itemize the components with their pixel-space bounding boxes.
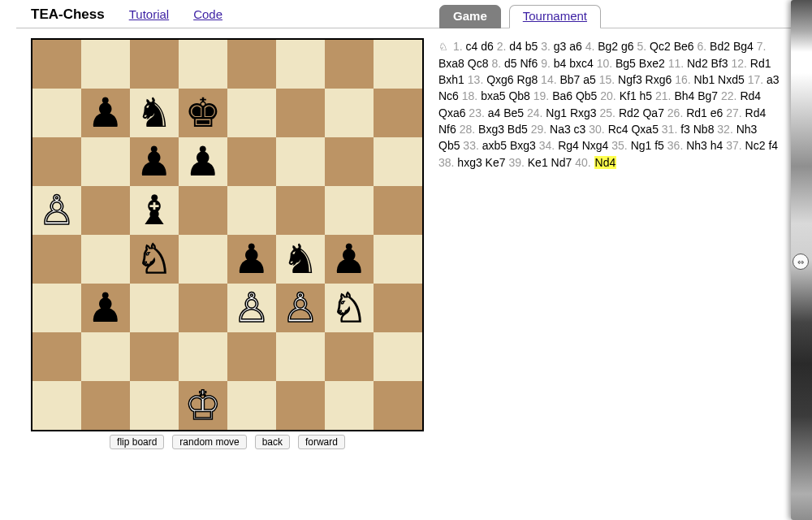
- move-white[interactable]: Bd2: [710, 40, 730, 53]
- move-white[interactable]: f3: [680, 123, 690, 136]
- move-white[interactable]: b4: [554, 57, 567, 70]
- random-move-button[interactable]: random move: [172, 435, 246, 449]
- move-black[interactable]: Qc8: [468, 57, 489, 70]
- move-white[interactable]: Nh3: [686, 139, 707, 152]
- square-a1[interactable]: [32, 381, 81, 430]
- move-black[interactable]: Bg7: [698, 89, 718, 102]
- move-white[interactable]: bxa5: [481, 89, 505, 102]
- square-c2[interactable]: [130, 332, 179, 381]
- move-black[interactable]: b5: [525, 40, 538, 53]
- move-black[interactable]: a5: [583, 73, 596, 86]
- square-d7[interactable]: ♚: [179, 89, 227, 137]
- move-white[interactable]: Ng1: [546, 106, 567, 119]
- move-black[interactable]: c3: [574, 123, 586, 136]
- move-white[interactable]: Rd1: [686, 106, 707, 119]
- square-f5[interactable]: [276, 186, 325, 235]
- square-g2[interactable]: [325, 332, 374, 381]
- square-f1[interactable]: [276, 381, 325, 430]
- square-b5[interactable]: [81, 186, 130, 235]
- move-black[interactable]: Bd5: [508, 123, 528, 136]
- move-white[interactable]: Nb1: [694, 73, 715, 86]
- square-e2[interactable]: [227, 332, 276, 381]
- square-a7[interactable]: [32, 89, 81, 137]
- move-black[interactable]: Bxe2: [639, 57, 665, 70]
- square-g7[interactable]: [325, 89, 374, 137]
- move-black[interactable]: Nc6: [438, 89, 459, 102]
- move-white[interactable]: Qxg6: [486, 73, 513, 86]
- move-white[interactable]: Rd1: [750, 57, 771, 70]
- move-black[interactable]: Rxg6: [646, 73, 672, 86]
- square-d8[interactable]: [179, 40, 227, 89]
- move-white[interactable]: Bxa8: [438, 57, 464, 70]
- square-h2[interactable]: [374, 332, 422, 381]
- square-f4[interactable]: ♞: [276, 235, 325, 284]
- move-black[interactable]: Rg8: [517, 73, 538, 86]
- black-bishop[interactable]: ♝: [136, 190, 173, 231]
- square-d2[interactable]: [179, 332, 227, 381]
- square-h7[interactable]: [374, 89, 422, 137]
- white-knight[interactable]: ♘: [136, 239, 173, 280]
- square-b8[interactable]: [81, 40, 130, 89]
- move-black[interactable]: Nf6: [438, 123, 456, 136]
- square-a8[interactable]: [32, 40, 81, 89]
- move-white[interactable]: Na3: [550, 123, 571, 136]
- square-h4[interactable]: [374, 235, 422, 284]
- square-e3[interactable]: ♙: [227, 284, 276, 332]
- move-white[interactable]: Nd4: [594, 156, 617, 169]
- square-g3[interactable]: ♘: [325, 284, 374, 332]
- square-h1[interactable]: [374, 381, 422, 430]
- move-black[interactable]: Nf6: [520, 57, 538, 70]
- square-f8[interactable]: [276, 40, 325, 89]
- move-white[interactable]: Bh4: [674, 89, 694, 102]
- white-pawn[interactable]: ♙: [39, 190, 76, 231]
- move-white[interactable]: d5: [504, 57, 517, 70]
- square-d1[interactable]: ♔: [179, 381, 227, 430]
- square-f2[interactable]: [276, 332, 325, 381]
- move-black[interactable]: h5: [640, 89, 653, 102]
- move-black[interactable]: f4: [768, 139, 778, 152]
- square-a5[interactable]: ♙: [32, 186, 81, 235]
- square-b4[interactable]: [81, 235, 130, 284]
- move-black[interactable]: Be5: [503, 106, 524, 119]
- square-a6[interactable]: [32, 137, 81, 186]
- square-e6[interactable]: [227, 137, 276, 186]
- resize-handle-icon[interactable]: ⇔: [793, 254, 809, 270]
- square-h8[interactable]: [374, 40, 422, 89]
- move-black[interactable]: d6: [481, 40, 494, 53]
- square-f3[interactable]: ♙: [276, 284, 325, 332]
- black-pawn[interactable]: ♟: [88, 93, 124, 133]
- square-d4[interactable]: [179, 235, 227, 284]
- square-a3[interactable]: [32, 284, 81, 332]
- move-black[interactable]: Bxh1: [438, 73, 464, 86]
- square-g5[interactable]: [325, 186, 374, 235]
- square-h6[interactable]: [374, 137, 422, 186]
- nav-tutorial[interactable]: Tutorial: [129, 7, 169, 21]
- square-b3[interactable]: ♟: [81, 284, 130, 332]
- square-b2[interactable]: [81, 332, 130, 381]
- square-c8[interactable]: [130, 40, 179, 89]
- black-pawn[interactable]: ♟: [331, 239, 368, 280]
- move-white[interactable]: Nh3: [736, 123, 758, 136]
- square-h5[interactable]: [374, 186, 422, 235]
- move-black[interactable]: Nb8: [693, 123, 715, 136]
- black-pawn[interactable]: ♟: [88, 288, 124, 328]
- move-black[interactable]: Nd7: [551, 156, 572, 169]
- tab-tournament[interactable]: Tournament: [509, 5, 601, 28]
- move-black[interactable]: Qxa6: [438, 106, 465, 119]
- black-pawn[interactable]: ♟: [136, 141, 173, 182]
- move-white[interactable]: g3: [554, 40, 567, 53]
- square-d3[interactable]: [179, 284, 227, 332]
- square-c5[interactable]: ♝: [130, 186, 179, 235]
- move-white[interactable]: d4: [509, 40, 522, 53]
- move-black[interactable]: a6: [569, 40, 582, 53]
- white-pawn[interactable]: ♙: [283, 288, 319, 328]
- square-c6[interactable]: ♟: [130, 137, 179, 186]
- forward-button[interactable]: forward: [298, 435, 345, 449]
- move-black[interactable]: Qb5: [438, 139, 460, 152]
- white-king[interactable]: ♔: [185, 385, 222, 426]
- square-f6[interactable]: [276, 137, 325, 186]
- move-white[interactable]: Nc2: [745, 139, 766, 152]
- square-c4[interactable]: ♘: [130, 235, 179, 284]
- move-white[interactable]: a4: [488, 106, 501, 119]
- black-pawn[interactable]: ♟: [234, 239, 270, 280]
